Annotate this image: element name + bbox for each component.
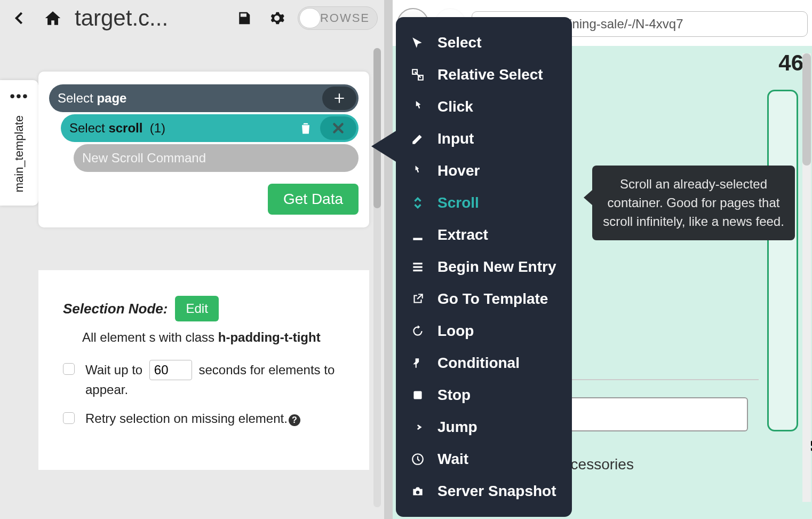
menu-item-label: Jump	[437, 419, 477, 436]
wait-checkbox[interactable]	[63, 363, 75, 375]
menu-item-label: Conditional	[437, 355, 520, 372]
begin-icon	[410, 259, 426, 275]
extract-icon	[410, 227, 426, 243]
selection-highlight	[767, 90, 798, 431]
save-button[interactable]	[232, 6, 256, 30]
browse-toggle[interactable]: BROWSE	[298, 6, 378, 30]
wait-icon	[410, 451, 426, 467]
relative-icon	[410, 67, 426, 83]
menu-item-select[interactable]: Select	[396, 27, 572, 59]
help-icon[interactable]: ?	[289, 414, 300, 426]
home-button[interactable]	[41, 6, 65, 30]
menu-item-label: Extract	[437, 226, 488, 243]
selection-description: All element s with class h-padding-t-tig…	[82, 330, 353, 345]
menu-item-label: Server Snapshot	[437, 483, 556, 500]
goto-icon	[410, 291, 426, 307]
menu-item-label: Scroll	[437, 194, 479, 211]
menu-item-scroll[interactable]: Scroll	[396, 187, 572, 219]
hover-icon	[410, 163, 426, 179]
project-title: target.c...	[75, 5, 222, 31]
app-toolbar: target.c... BROWSE	[0, 0, 384, 36]
menu-item-stop[interactable]: Stop	[396, 379, 572, 411]
template-menu-icon[interactable]: •••	[10, 88, 28, 105]
menu-item-label: Click	[437, 98, 473, 115]
retry-checkbox[interactable]	[63, 412, 75, 424]
close-command-button[interactable]	[320, 116, 356, 140]
command-select-page[interactable]: Select page	[49, 84, 359, 112]
template-tab[interactable]: ••• main_template	[0, 80, 38, 206]
back-button[interactable]	[6, 6, 31, 30]
menu-item-extract[interactable]: Extract	[396, 219, 572, 251]
result-count: 46	[778, 50, 803, 76]
menu-item-hover[interactable]: Hover	[396, 155, 572, 187]
menu-item-click[interactable]: Click	[396, 91, 572, 123]
menu-item-label: Select	[437, 34, 482, 51]
menu-item-label: Begin New Entry	[437, 258, 556, 276]
settings-button[interactable]	[265, 6, 289, 30]
delete-command-button[interactable]	[291, 116, 320, 140]
get-data-button[interactable]: Get Data	[268, 184, 359, 215]
menu-item-label: Hover	[437, 162, 480, 179]
pane-divider	[384, 0, 393, 519]
commands-panel: Select page Select scroll (1) New Scroll…	[38, 72, 369, 227]
wait-seconds-input[interactable]	[149, 360, 192, 380]
svg-rect-0	[413, 391, 421, 399]
template-tab-label: main_template	[12, 115, 26, 192]
menu-arrow-icon	[371, 130, 397, 162]
menu-item-begin[interactable]: Begin New Entry	[396, 251, 572, 283]
menu-item-cond[interactable]: Conditional	[396, 347, 572, 379]
preview-scrollbar[interactable]	[802, 53, 811, 502]
scroll-tooltip: Scroll an already-selected container. Go…	[592, 166, 795, 240]
click-icon	[410, 99, 426, 115]
select-icon	[410, 35, 426, 51]
toggle-knob	[299, 8, 321, 28]
selection-node-label: Selection Node:	[63, 301, 168, 317]
menu-item-loop[interactable]: Loop	[396, 315, 572, 347]
input-icon	[410, 131, 426, 147]
jump-icon	[410, 419, 426, 435]
left-scrollbar[interactable]	[373, 48, 381, 507]
new-scroll-command[interactable]: New Scroll Command	[74, 144, 359, 172]
menu-item-input[interactable]: Input	[396, 123, 572, 155]
menu-item-label: Loop	[437, 323, 474, 340]
command-select-scroll[interactable]: Select scroll (1)	[61, 114, 359, 142]
scroll-icon	[410, 195, 426, 211]
menu-item-goto[interactable]: Go To Template	[396, 283, 572, 315]
selection-panel: Selection Node: Edit All element s with …	[38, 270, 369, 470]
menu-item-label: Wait	[437, 451, 468, 468]
menu-item-snap[interactable]: Server Snapshot	[396, 475, 572, 507]
menu-item-label: Stop	[437, 387, 471, 404]
menu-item-label: Go To Template	[437, 290, 548, 308]
snap-icon	[410, 483, 426, 499]
edit-selection-button[interactable]: Edit	[175, 296, 218, 321]
stop-icon	[410, 387, 426, 403]
add-command-button[interactable]	[322, 86, 356, 110]
menu-item-wait[interactable]: Wait	[396, 443, 572, 475]
menu-item-label: Relative Select	[437, 66, 543, 83]
cond-icon	[410, 355, 426, 371]
menu-item-label: Input	[437, 130, 474, 147]
menu-item-relative[interactable]: Relative Select	[396, 59, 572, 91]
loop-icon	[410, 323, 426, 339]
menu-item-jump[interactable]: Jump	[396, 411, 572, 443]
